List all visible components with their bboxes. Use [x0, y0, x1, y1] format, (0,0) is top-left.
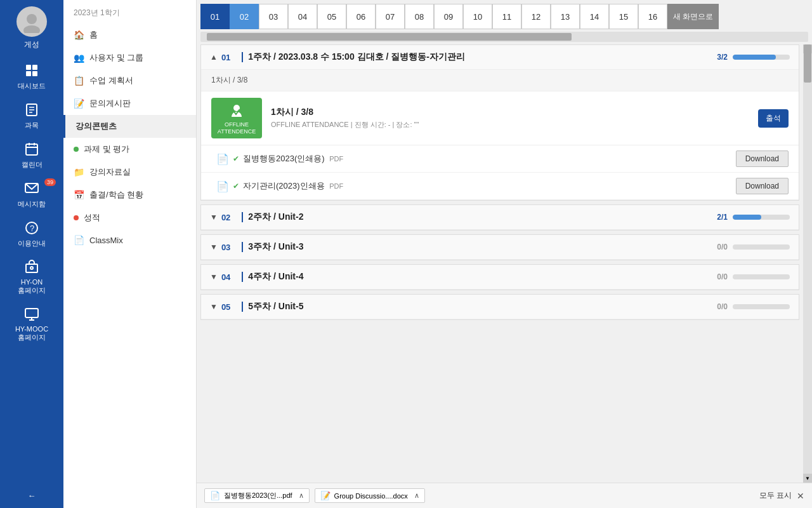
file-item-02: 📄 ✔ 자기관리(2023)인쇄용 PDF Download: [201, 173, 799, 200]
scroll-down-button[interactable]: ▼: [803, 474, 812, 483]
collapse-toggle-01[interactable]: ▲: [210, 53, 218, 62]
pdf-icon-02: 📄: [216, 180, 229, 192]
sidebar-item-label: HY-ON 홈페이지: [18, 278, 46, 295]
nav-item-home[interactable]: 🏠 홈: [63, 23, 196, 46]
svg-rect-17: [26, 264, 37, 272]
nav-item-syllabus[interactable]: 📋 수업 계획서: [63, 69, 196, 92]
nav-item-attendance[interactable]: 📅 출결/학습 현황: [63, 184, 196, 206]
sidebar-item-hyon[interactable]: HY-ON 홈페이지: [0, 253, 63, 300]
svg-rect-5: [32, 71, 37, 76]
sidebar-item-messages[interactable]: 39 메시지함: [0, 175, 63, 214]
nav-item-assignments[interactable]: 과제 및 평가: [63, 138, 196, 161]
attendance-subtitle: OFFLINE ATTENDANCE | 진행 시간: - | 장소: "": [271, 120, 749, 130]
download-button-02[interactable]: Download: [736, 178, 789, 194]
svg-point-18: [30, 267, 33, 269]
week-tab-14[interactable]: 14: [580, 4, 609, 29]
hymooc-icon: [23, 305, 41, 323]
svg-point-1: [23, 25, 40, 33]
week-tab-10[interactable]: 10: [463, 4, 492, 29]
week-02-header[interactable]: ▼ 02 2주차 / Unit-2 2/1: [201, 205, 799, 230]
content-wrapper: ▲ 01 1주차 / 2023.03.8 수 15:00 김대호 / 질병행동-…: [197, 44, 812, 483]
home-icon: 🏠: [74, 30, 84, 40]
nav-item-grades[interactable]: 성적: [63, 206, 196, 229]
content-area: ▲ 01 1주차 / 2023.03.8 수 15:00 김대호 / 질병행동-…: [197, 44, 803, 483]
week-tab-03[interactable]: 03: [259, 4, 288, 29]
bottom-file-pdf-name: 질병행동2023(인...pdf: [224, 491, 292, 500]
week-01-progress-fill: [733, 55, 776, 60]
download-button-01[interactable]: Download: [736, 150, 789, 167]
week-tab-01[interactable]: 01: [200, 4, 230, 29]
attendance-button[interactable]: 출석: [758, 109, 789, 128]
svg-rect-19: [25, 309, 38, 318]
file-check-02: ✔: [233, 182, 239, 190]
week-tab-13[interactable]: 13: [551, 4, 580, 29]
sidebar-collapse-button[interactable]: ←: [0, 483, 63, 508]
file-name-01: 질병행동2023(인쇄용) PDF: [243, 153, 736, 164]
file-name-02: 자기관리(2023)인쇄용 PDF: [243, 180, 736, 192]
sidebar-item-hymooc[interactable]: HY-MOOC 홈페이지: [0, 300, 63, 347]
collapse-toggle-04[interactable]: ▼: [210, 272, 218, 281]
week-02-progress-fill: [733, 215, 761, 220]
week-tab-11[interactable]: 11: [492, 4, 521, 29]
sidebar-item-calendar[interactable]: 캘린더: [0, 135, 63, 175]
sidebar-item-label: HY-MOOC 홈페이지: [15, 325, 48, 342]
separator: [242, 242, 243, 252]
classmix-icon: 📄: [74, 235, 84, 245]
sidebar-item-course[interactable]: 과목: [0, 96, 63, 135]
nav-item-users[interactable]: 👥 사용자 및 그룹: [63, 46, 196, 69]
week-tab-07[interactable]: 07: [376, 4, 405, 29]
sidebar-item-dashboard[interactable]: 대시보드: [0, 57, 63, 96]
attendance-info: 1차시 / 3/8 OFFLINE ATTENDANCE | 진행 시간: - …: [271, 107, 749, 130]
week-tab-05[interactable]: 05: [317, 4, 346, 29]
collapse-toggle-05[interactable]: ▼: [210, 302, 218, 311]
week-05-header[interactable]: ▼ 05 5주차 / Unit-5 0/0: [201, 295, 799, 319]
bottom-file-docx[interactable]: 📝 Group Discussio....docx ∧: [315, 488, 425, 503]
sidebar: 게성 대시보드 과목 캘린더 39 메시지함 ? 이용안내 HY: [0, 0, 63, 508]
nav-item-classmix[interactable]: 📄 ClassMix: [63, 229, 196, 251]
sidebar-item-label: 캘린더: [22, 160, 43, 170]
week-04-header[interactable]: ▼ 04 4주차 / Unit-4 0/0: [201, 265, 799, 290]
week-05-progress-bar: [733, 304, 790, 309]
horizontal-scrollbar[interactable]: [200, 32, 808, 42]
week-tab-04[interactable]: 04: [288, 4, 317, 29]
svg-rect-2: [26, 65, 31, 70]
week-tab-06[interactable]: 06: [346, 4, 376, 29]
collapse-toggle-02[interactable]: ▼: [210, 213, 218, 222]
vertical-scrollbar[interactable]: ▲ ▼: [803, 44, 812, 483]
nav-item-lecture[interactable]: 강의콘텐츠: [63, 115, 196, 138]
nav-item-materials[interactable]: 📁 강의자료실: [63, 161, 196, 184]
pdf-icon-01: 📄: [216, 153, 229, 165]
week-03-header[interactable]: ▼ 03 3주차 / Unit-3 0/0: [201, 235, 799, 260]
main-content: 01 02 03 04 05 06 07 08 09 10 11 12 13 1…: [197, 0, 812, 508]
week-tabs: 01 02 03 04 05 06 07 08 09 10 11 12 13 1…: [197, 0, 812, 29]
show-all-button[interactable]: 모두 표시: [759, 490, 792, 501]
collapse-toggle-03[interactable]: ▼: [210, 243, 218, 251]
week-02-progress-bar: [733, 215, 790, 220]
week-tab-16[interactable]: 16: [638, 4, 667, 29]
separator: [242, 52, 243, 62]
week-04-progress: 0/0: [717, 272, 790, 281]
week-tab-09[interactable]: 09: [434, 4, 463, 29]
week-02-progress: 2/1: [717, 213, 790, 222]
nav-item-board[interactable]: 📝 문의게시판: [63, 92, 196, 115]
week-05-progress-text: 0/0: [717, 302, 728, 311]
sidebar-item-help[interactable]: ? 이용안내: [0, 214, 63, 253]
week-tab-02[interactable]: 02: [230, 4, 259, 29]
separator: [242, 272, 243, 282]
week-01-header[interactable]: ▲ 01 1주차 / 2023.03.8 수 15:00 김대호 / 질병행동-…: [201, 45, 799, 70]
week-tab-08[interactable]: 08: [405, 4, 434, 29]
week-tab-new[interactable]: 새 화면으로: [667, 4, 719, 29]
week-tab-12[interactable]: 12: [521, 4, 551, 29]
left-nav: 2023년 1학기 🏠 홈 👥 사용자 및 그룹 📋 수업 계획서 📝 문의게시…: [63, 0, 197, 508]
chevron-up-icon-pdf: ∧: [299, 491, 304, 500]
dashboard-icon: [23, 62, 41, 79]
avatar: [16, 6, 47, 37]
week-05-progress: 0/0: [717, 302, 790, 311]
bottom-file-pdf[interactable]: 📄 질병행동2023(인...pdf ∧: [204, 488, 310, 503]
svg-rect-4: [26, 71, 31, 76]
separator: [242, 302, 243, 312]
week-tab-15[interactable]: 15: [609, 4, 638, 29]
week-02-progress-text: 2/1: [717, 213, 728, 222]
close-downloads-button[interactable]: ✕: [797, 491, 804, 501]
assignments-dot: [74, 147, 79, 152]
